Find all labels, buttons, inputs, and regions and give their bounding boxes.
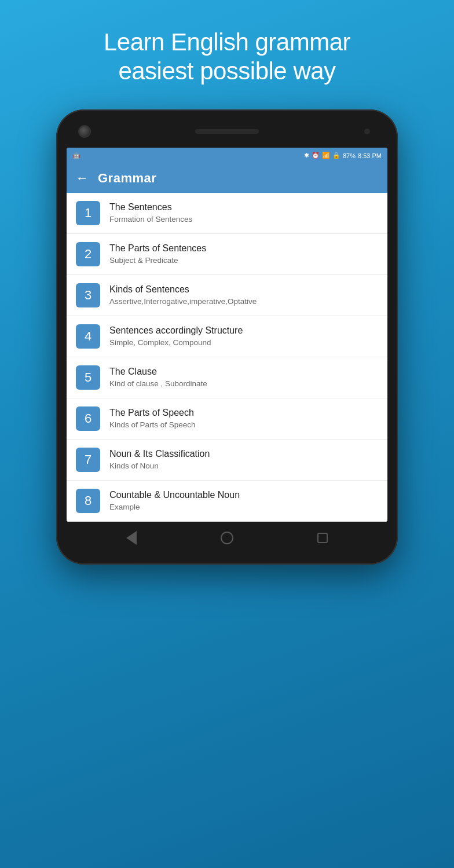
item-subtitle-4: Simple, Complex, Compound bbox=[109, 338, 243, 348]
item-number-7: 7 bbox=[76, 448, 100, 472]
item-text-7: Noun & Its Classification Kinds of Noun bbox=[109, 448, 210, 471]
item-number-1: 1 bbox=[76, 201, 100, 225]
phone-camera bbox=[78, 125, 91, 138]
item-title-1: The Sentences bbox=[109, 202, 192, 213]
item-title-2: The Parts of Sentences bbox=[109, 243, 206, 254]
item-number-4: 4 bbox=[76, 324, 100, 349]
list-item[interactable]: 7 Noun & Its Classification Kinds of Nou… bbox=[67, 440, 387, 481]
lock-icon: 🔒 bbox=[332, 152, 340, 159]
list-item[interactable]: 3 Kinds of Sentences Assertive,Interroga… bbox=[67, 275, 387, 316]
hero-line2: easiest possible way bbox=[118, 57, 335, 85]
item-subtitle-6: Kinds of Parts of Speech bbox=[109, 420, 196, 430]
list-item[interactable]: 5 The Clause Kind of clause , Subordinat… bbox=[67, 357, 387, 398]
status-right: ✱ ⏰ 📶 🔒 87% 8:53 PM bbox=[304, 152, 382, 159]
hero-line1: Learn English grammar bbox=[104, 28, 350, 56]
item-text-1: The Sentences Formation of Sentences bbox=[109, 202, 192, 225]
item-number-2: 2 bbox=[76, 242, 100, 266]
list-item[interactable]: 2 The Parts of Sentences Subject & Predi… bbox=[67, 234, 387, 275]
item-number-8: 8 bbox=[76, 489, 100, 513]
phone-mockup: 🤖 ✱ ⏰ 📶 🔒 87% 8:53 PM ← Grammar 1 bbox=[56, 109, 398, 565]
nav-back-icon bbox=[126, 531, 137, 545]
item-subtitle-1: Formation of Sentences bbox=[109, 214, 192, 225]
item-text-5: The Clause Kind of clause , Subordinate bbox=[109, 366, 207, 389]
phone-speaker bbox=[195, 129, 259, 134]
alarm-icon: ⏰ bbox=[312, 152, 320, 159]
item-title-5: The Clause bbox=[109, 366, 207, 377]
phone-screen: 🤖 ✱ ⏰ 📶 🔒 87% 8:53 PM ← Grammar 1 bbox=[67, 148, 387, 522]
nav-recent-icon bbox=[317, 533, 328, 543]
android-status-icon: 🤖 bbox=[72, 152, 80, 159]
item-text-2: The Parts of Sentences Subject & Predica… bbox=[109, 243, 206, 266]
item-subtitle-7: Kinds of Noun bbox=[109, 461, 210, 471]
item-title-8: Countable & Uncountable Noun bbox=[109, 489, 240, 500]
nav-home-icon bbox=[221, 532, 233, 544]
item-number-3: 3 bbox=[76, 283, 100, 307]
nav-back-button[interactable] bbox=[123, 530, 140, 546]
nav-home-button[interactable] bbox=[219, 530, 235, 546]
item-text-6: The Parts of Speech Kinds of Parts of Sp… bbox=[109, 407, 196, 430]
grammar-list: 1 The Sentences Formation of Sentences 2… bbox=[67, 193, 387, 522]
item-subtitle-3: Assertive,Interrogative,imperative,Optat… bbox=[109, 296, 257, 307]
list-item[interactable]: 4 Sentences accordingly Structure Simple… bbox=[67, 316, 387, 357]
phone-top-bar bbox=[67, 123, 387, 140]
item-subtitle-5: Kind of clause , Subordinate bbox=[109, 379, 207, 389]
item-text-4: Sentences accordingly Structure Simple, … bbox=[109, 325, 243, 348]
phone-bottom-nav bbox=[67, 522, 387, 548]
signal-icon: 📶 bbox=[322, 152, 330, 159]
app-title: Grammar bbox=[98, 171, 156, 186]
item-text-3: Kinds of Sentences Assertive,Interrogati… bbox=[109, 284, 257, 307]
list-item[interactable]: 8 Countable & Uncountable Noun Example bbox=[67, 481, 387, 522]
battery-level: 87% bbox=[343, 152, 356, 159]
nav-recent-button[interactable] bbox=[314, 530, 331, 546]
item-subtitle-2: Subject & Predicate bbox=[109, 255, 206, 266]
item-subtitle-8: Example bbox=[109, 502, 240, 512]
item-title-6: The Parts of Speech bbox=[109, 407, 196, 418]
phone-dot bbox=[364, 129, 370, 134]
list-item[interactable]: 1 The Sentences Formation of Sentences bbox=[67, 193, 387, 234]
status-left: 🤖 bbox=[72, 152, 80, 159]
item-title-7: Noun & Its Classification bbox=[109, 448, 210, 459]
back-button[interactable]: ← bbox=[76, 171, 89, 186]
status-bar: 🤖 ✱ ⏰ 📶 🔒 87% 8:53 PM bbox=[67, 148, 387, 164]
item-title-3: Kinds of Sentences bbox=[109, 284, 257, 295]
item-number-5: 5 bbox=[76, 365, 100, 390]
phone-outer: 🤖 ✱ ⏰ 📶 🔒 87% 8:53 PM ← Grammar 1 bbox=[56, 109, 398, 565]
bluetooth-icon: ✱ bbox=[304, 152, 309, 159]
item-text-8: Countable & Uncountable Noun Example bbox=[109, 489, 240, 512]
item-number-6: 6 bbox=[76, 406, 100, 431]
item-title-4: Sentences accordingly Structure bbox=[109, 325, 243, 336]
app-header: ← Grammar bbox=[67, 164, 387, 193]
hero-text: Learn English grammar easiest possible w… bbox=[80, 0, 374, 104]
list-item[interactable]: 6 The Parts of Speech Kinds of Parts of … bbox=[67, 398, 387, 440]
time-display: 8:53 PM bbox=[358, 152, 382, 159]
